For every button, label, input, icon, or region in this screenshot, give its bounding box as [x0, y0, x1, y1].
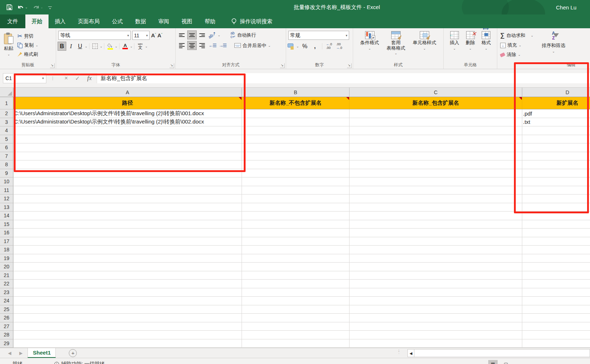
cell-C18[interactable] — [350, 246, 522, 254]
cell-C3[interactable] — [350, 118, 522, 127]
cell-A19[interactable] — [13, 254, 242, 263]
clipboard-dialog-launcher-icon[interactable]: ↘ — [50, 63, 55, 68]
cell-B12[interactable] — [242, 194, 350, 203]
cell-C24[interactable] — [350, 297, 522, 305]
cell-B8[interactable] — [242, 160, 350, 169]
cell-B5[interactable] — [242, 135, 350, 144]
chevron-down-icon[interactable]: ⌄ — [100, 45, 103, 48]
undo-button[interactable]: ⌄ — [17, 5, 28, 10]
save-icon[interactable] — [7, 4, 12, 10]
autosum-button[interactable]: ∑自动求和⌄ — [499, 31, 535, 40]
bold-button[interactable]: B — [58, 42, 66, 51]
name-box[interactable]: C1 ▾ — [3, 73, 46, 83]
cell-A27[interactable] — [13, 322, 242, 331]
cell-A22[interactable] — [13, 280, 242, 288]
enter-icon[interactable]: ✓ — [75, 75, 80, 82]
cell-C2[interactable] — [350, 109, 522, 118]
cell-B21[interactable] — [242, 271, 350, 280]
select-all-corner[interactable] — [0, 88, 13, 97]
chevron-down-icon[interactable]: ⌄ — [296, 45, 299, 48]
chevron-down-icon[interactable]: ⌄ — [469, 47, 472, 50]
row-header-19[interactable]: 19 — [0, 254, 13, 263]
number-format-combo[interactable]: 常规▾ — [288, 31, 349, 40]
accounting-format-icon[interactable] — [288, 43, 295, 49]
tab-page-layout[interactable]: 页面布局 — [72, 14, 106, 28]
sheet-nav-left-icon[interactable]: ◀ — [8, 351, 11, 356]
cell-D2[interactable]: .pdf — [522, 109, 590, 118]
cell-C13[interactable] — [350, 203, 522, 212]
cell-C25[interactable] — [350, 305, 522, 314]
chevron-down-icon[interactable]: ⌄ — [7, 53, 10, 56]
cell-B25[interactable] — [242, 305, 350, 314]
cell-B13[interactable] — [242, 203, 350, 212]
cell-A25[interactable] — [13, 305, 242, 314]
sort-filter-button[interactable]: AZ 排序和筛选 ⌄ — [540, 30, 567, 55]
cell-D13[interactable] — [522, 203, 590, 212]
insert-cells-button[interactable]: ← 插入 ⌄ — [448, 30, 461, 52]
format-cells-button[interactable]: ⟷ 格式 ⌄ — [480, 30, 493, 52]
row-header-6[interactable]: 6 — [0, 143, 13, 152]
tab-home[interactable]: 开始 — [25, 14, 49, 28]
wrap-text-button[interactable]: abc↵自动换行 — [229, 31, 258, 39]
chevron-down-icon[interactable]: ⌄ — [453, 47, 456, 50]
row-header-2[interactable]: 2 — [0, 109, 13, 118]
cell-D8[interactable] — [522, 160, 590, 169]
merge-center-button[interactable]: ↔合并后居中⌄ — [233, 42, 272, 50]
cell-A6[interactable] — [13, 143, 242, 152]
cell-A28[interactable] — [13, 331, 242, 339]
cell-C15[interactable] — [350, 220, 522, 229]
cell-B20[interactable] — [242, 263, 350, 271]
phonetic-guide-button[interactable]: wén文 — [136, 42, 145, 51]
decrease-decimal-button[interactable]: .00 →.0 — [335, 42, 344, 51]
cell-A3[interactable]: C:\Users\Administrator\Desktop\示例文件\转换前\… — [13, 118, 242, 127]
row-header-18[interactable]: 18 — [0, 246, 13, 254]
column-header-A[interactable]: A — [13, 88, 242, 97]
cell-D29[interactable] — [522, 339, 590, 348]
formula-bar-splitter[interactable]: ⋮ — [51, 76, 55, 81]
tab-data[interactable]: 数据 — [129, 14, 152, 28]
cell-D22[interactable] — [522, 280, 590, 288]
cut-button[interactable]: ✂剪切 — [16, 32, 40, 40]
format-painter-button[interactable]: 格式刷 — [16, 50, 40, 58]
cell-B24[interactable] — [242, 297, 350, 305]
cell-C5[interactable] — [350, 135, 522, 144]
cell-B9[interactable] — [242, 169, 350, 178]
cell-C12[interactable] — [350, 194, 522, 203]
column-header-D[interactable]: D — [522, 88, 590, 97]
cell-D4[interactable] — [522, 126, 590, 135]
cell-C29[interactable] — [350, 339, 522, 348]
formula-input[interactable]: 新名称_包含扩展名 — [97, 73, 590, 83]
cell-B4[interactable] — [242, 126, 350, 135]
tab-view[interactable]: 视图 — [175, 14, 198, 28]
fill-color-button[interactable] — [106, 42, 114, 51]
increase-indent-button[interactable]: →☰ — [218, 41, 227, 50]
fill-button[interactable]: ↓填充⌄ — [499, 41, 535, 49]
cell-A24[interactable] — [13, 297, 242, 305]
row-header-14[interactable]: 14 — [0, 212, 13, 220]
cell-D15[interactable] — [522, 220, 590, 229]
row-header-22[interactable]: 22 — [0, 280, 13, 288]
row-header-12[interactable]: 12 — [0, 194, 13, 203]
row-header-16[interactable]: 16 — [0, 229, 13, 237]
cell-D16[interactable] — [522, 229, 590, 237]
chevron-down-icon[interactable]: ⌄ — [268, 44, 271, 47]
cell-D9[interactable] — [522, 169, 590, 178]
row-header-15[interactable]: 15 — [0, 220, 13, 229]
row-header-8[interactable]: 8 — [0, 160, 13, 169]
row-header-21[interactable]: 21 — [0, 271, 13, 280]
cell-B17[interactable] — [242, 237, 350, 246]
cell-C6[interactable] — [350, 143, 522, 152]
font-size-combo[interactable]: 11▾ — [132, 31, 150, 40]
cell-D14[interactable] — [522, 212, 590, 220]
row-header-7[interactable]: 7 — [0, 152, 13, 161]
cell-A1[interactable]: 路径 — [13, 97, 242, 109]
account-user-name[interactable]: Chen Lu — [556, 0, 590, 14]
decrease-indent-button[interactable]: ←☰ — [208, 41, 217, 50]
cell-D26[interactable] — [522, 314, 590, 322]
cell-D28[interactable] — [522, 331, 590, 339]
cell-A8[interactable] — [13, 160, 242, 169]
cell-D7[interactable] — [522, 152, 590, 161]
cell-A4[interactable] — [13, 126, 242, 135]
cell-styles-button[interactable]: 单元格样式 ⌄ — [411, 30, 438, 52]
cell-C1[interactable]: 新名称_包含扩展名 — [350, 97, 522, 109]
